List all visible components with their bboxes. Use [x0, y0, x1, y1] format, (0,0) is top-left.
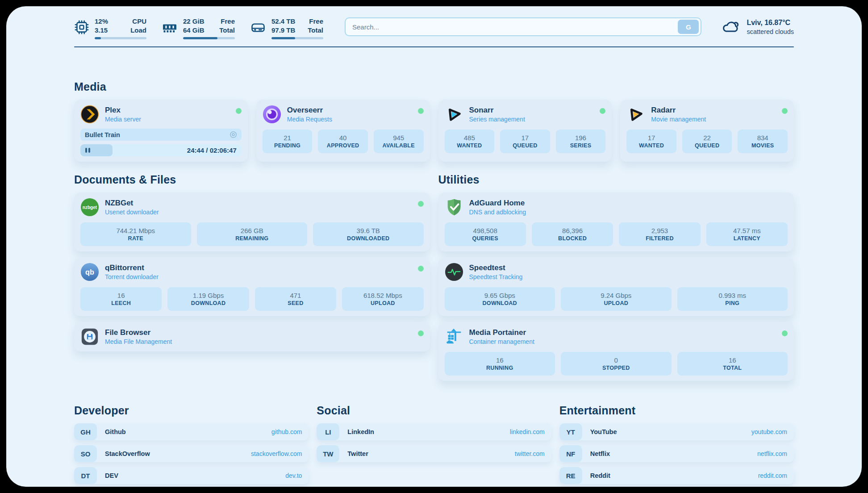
stat-label: QUEUED	[513, 142, 537, 149]
stat-label: DOWNLOAD	[191, 300, 225, 306]
stat-tile: 945AVAILABLE	[374, 130, 424, 153]
status-dot	[782, 108, 788, 114]
app-card-nzbget[interactable]: nzbget NZBGet Usenet downloader 744.21 M…	[74, 192, 430, 251]
link-row-linkedin[interactable]: LI LinkedIn linkedin.com	[317, 423, 551, 440]
app-title: File Browser	[105, 328, 172, 337]
stat-label: UPLOAD	[371, 300, 395, 306]
stat-tile: 39.6 TBDOWNLOADED	[313, 222, 424, 246]
app-subtitle: Torrent downloader	[105, 273, 159, 280]
ram-label2: Total	[219, 26, 235, 35]
stat-tile: 471SEED	[255, 287, 336, 311]
stat-label: UPLOAD	[604, 300, 628, 306]
app-title: Media Portainer	[469, 328, 534, 337]
app-card-plex[interactable]: Plex Media server Bullet Train	[74, 100, 248, 162]
svg-text:nzbget: nzbget	[83, 205, 97, 210]
app-subtitle: Media server	[105, 116, 141, 123]
link-url: dev.to	[285, 472, 302, 479]
cpu-label2: Load	[130, 26, 146, 35]
stat-label: APPROVED	[327, 142, 359, 149]
app-subtitle: Series management	[469, 116, 525, 123]
stat-tile: 744.21 MbpsRATE	[80, 222, 191, 246]
stat-tile: 498,508QUERIES	[445, 222, 526, 246]
link-row-stackoverflow[interactable]: SO StackOverflow stackoverflow.com	[74, 445, 309, 462]
pause-icon	[85, 148, 90, 153]
link-row-netflix[interactable]: NF Netflix netflix.com	[559, 445, 794, 462]
cpu-label: CPU	[130, 17, 146, 26]
stat-tile: 21PENDING	[263, 130, 313, 153]
stat-label: PING	[725, 300, 739, 306]
app-title: Sonarr	[469, 106, 525, 115]
stat-label: LEECH	[111, 300, 131, 306]
plex-icon	[80, 105, 99, 124]
search-engine-button[interactable]: G	[678, 20, 699, 34]
link-badge: DT	[74, 467, 97, 484]
stat-value: 16	[117, 292, 125, 299]
stat-value: 485	[464, 134, 475, 142]
link-url: netflix.com	[757, 450, 787, 457]
stat-value: 2,953	[651, 227, 668, 234]
link-url: youtube.com	[751, 428, 787, 435]
stat-label: BLOCKED	[558, 235, 587, 242]
app-card-radarr[interactable]: Radarr Movie management 17WANTED 22QUEUE…	[620, 100, 794, 162]
link-row-github[interactable]: GH Github github.com	[74, 423, 309, 440]
stat-tile: 266 GBREMAINING	[197, 222, 308, 246]
app-card-portainer[interactable]: Media Portainer Container management 16R…	[438, 322, 794, 381]
topbar-divider	[74, 46, 794, 47]
weather-widget: Lviv, 16.87°C scattered clouds	[721, 18, 794, 36]
stat-tile: 9.65 GbpsDOWNLOAD	[445, 287, 555, 311]
stat-value: 0	[614, 356, 618, 364]
link-row-youtube[interactable]: YT YouTube youtube.com	[559, 423, 794, 440]
link-url: linkedin.com	[510, 428, 545, 435]
status-dot	[418, 330, 424, 336]
disk-free-value: 52.4 TB	[271, 17, 295, 26]
disk-progress-track	[271, 37, 323, 39]
video-icon	[230, 131, 237, 138]
stat-value: 498,508	[473, 227, 497, 234]
app-card-speedtest[interactable]: Speedtest Speedtest Tracking 9.65 GbpsDO…	[438, 257, 794, 316]
app-subtitle: Media File Management	[105, 338, 172, 345]
stat-tile: 16RUNNING	[445, 352, 555, 376]
app-card-filebrowser[interactable]: File Browser Media File Management	[74, 322, 430, 351]
status-dot	[600, 108, 605, 114]
ram-stat: 22 GiB 64 GiB Free Total	[162, 17, 235, 39]
link-badge: NF	[559, 445, 582, 462]
now-playing-row: Bullet Train	[80, 129, 242, 141]
link-name: Github	[105, 428, 126, 435]
stat-label: DOWNLOAD	[483, 300, 517, 306]
section-title-media: Media	[74, 80, 794, 93]
app-card-adguard[interactable]: AdGuard Home DNS and adblocking 498,508Q…	[438, 192, 794, 251]
stat-label: WANTED	[457, 142, 482, 149]
disk-icon	[250, 20, 266, 36]
stat-value: 17	[522, 134, 529, 142]
app-card-qbittorrent[interactable]: qb qBittorrent Torrent downloader 16LEEC…	[74, 257, 430, 316]
stat-tile: 16TOTAL	[677, 352, 788, 376]
app-card-overseerr[interactable]: Overseerr Media Requests 21PENDING 40APP…	[256, 100, 430, 162]
disk-stat: 52.4 TB 97.9 TB Free Total	[250, 17, 323, 39]
app-title: Radarr	[651, 106, 706, 115]
link-badge: LI	[317, 423, 339, 440]
app-title: AdGuard Home	[469, 199, 526, 208]
stat-tile: 9.24 GbpsUPLOAD	[561, 287, 672, 311]
link-badge: SO	[74, 445, 97, 462]
ram-label: Free	[219, 17, 235, 26]
cpu-chip-icon	[74, 20, 89, 35]
stat-value: 744.21 Mbps	[116, 227, 155, 234]
search-input[interactable]	[352, 23, 678, 31]
adguard-icon	[445, 198, 463, 217]
app-card-sonarr[interactable]: Sonarr Series management 485WANTED 17QUE…	[438, 100, 612, 162]
stat-tile: 0STOPPED	[561, 352, 672, 376]
link-row-dev[interactable]: DT DEV dev.to	[74, 467, 309, 484]
link-name: LinkedIn	[347, 428, 374, 435]
app-subtitle: Media Requests	[287, 116, 332, 123]
stat-label: RUNNING	[486, 365, 513, 371]
link-row-reddit[interactable]: RE Reddit reddit.com	[559, 467, 794, 484]
stat-label: QUEUED	[695, 142, 719, 149]
stat-tile: 22QUEUED	[682, 130, 732, 153]
app-title: Speedtest	[469, 263, 523, 272]
link-row-twitter[interactable]: TW Twitter twitter.com	[317, 445, 551, 462]
cpu-usage-value: 12%	[95, 17, 108, 26]
cpu-progress-fill	[95, 37, 101, 39]
stat-value: 16	[729, 356, 736, 364]
link-url: reddit.com	[758, 472, 787, 479]
cpu-load-value: 3.15	[95, 26, 108, 35]
